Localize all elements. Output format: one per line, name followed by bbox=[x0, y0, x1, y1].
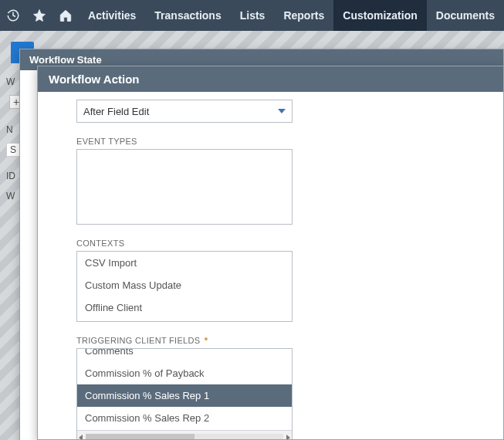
nav-lists[interactable]: Lists bbox=[231, 0, 275, 31]
star-icon[interactable] bbox=[26, 0, 52, 31]
recent-icon[interactable] bbox=[0, 0, 26, 31]
home-icon[interactable] bbox=[52, 0, 79, 31]
chevron-down-icon bbox=[278, 109, 286, 113]
top-nav: Activities Transactions Lists Reports Cu… bbox=[0, 0, 504, 31]
context-item[interactable]: CSV Import bbox=[77, 252, 292, 274]
triggering-field-item[interactable]: Commission % of Payback bbox=[77, 362, 292, 384]
workflow-action-title: Workflow Action bbox=[38, 66, 503, 92]
nav-reports[interactable]: Reports bbox=[274, 0, 333, 31]
context-item[interactable]: Offline Client bbox=[77, 296, 292, 319]
nav-activities[interactable]: Activities bbox=[79, 0, 145, 31]
event-types-label: EVENT TYPES bbox=[76, 137, 496, 146]
triggering-fields-label: TRIGGERING CLIENT FIELDS * bbox=[76, 336, 496, 345]
scroll-track[interactable] bbox=[86, 434, 283, 440]
triggering-field-item[interactable]: Comments bbox=[77, 349, 292, 362]
triggering-field-item-selected[interactable]: Commission % Sales Rep 1 bbox=[77, 384, 292, 407]
workflow-action-modal: Workflow Action After Field Edit EVENT T… bbox=[37, 66, 504, 440]
event-types-group: EVENT TYPES bbox=[76, 137, 496, 225]
scroll-thumb[interactable] bbox=[86, 434, 194, 440]
trigger-select[interactable]: After Field Edit bbox=[76, 100, 293, 123]
scroll-left-icon[interactable] bbox=[79, 435, 83, 440]
nav-documents[interactable]: Documents bbox=[427, 0, 504, 31]
trigger-select-group: After Field Edit bbox=[76, 100, 496, 123]
triggering-fields-listbox[interactable]: Comments Commission % of Payback Commiss… bbox=[76, 348, 293, 439]
horizontal-scrollbar[interactable] bbox=[77, 430, 292, 439]
nav-transactions[interactable]: Transactions bbox=[145, 0, 230, 31]
context-item[interactable]: Portlet bbox=[77, 319, 292, 321]
nav-customization[interactable]: Customization bbox=[333, 0, 426, 31]
context-item[interactable]: Custom Mass Update bbox=[77, 274, 292, 296]
event-types-listbox[interactable] bbox=[76, 149, 293, 225]
scroll-right-icon[interactable] bbox=[286, 435, 290, 440]
trigger-select-value: After Field Edit bbox=[83, 106, 149, 117]
contexts-listbox[interactable]: CSV Import Custom Mass Update Offline Cl… bbox=[76, 251, 293, 322]
triggering-fields-group: TRIGGERING CLIENT FIELDS * Comments Comm… bbox=[76, 336, 496, 439]
contexts-group: CONTEXTS CSV Import Custom Mass Update O… bbox=[76, 239, 496, 322]
contexts-label: CONTEXTS bbox=[76, 239, 496, 248]
triggering-field-item[interactable]: Commission % Sales Rep 2 bbox=[77, 407, 292, 429]
required-asterisk: * bbox=[205, 336, 208, 345]
